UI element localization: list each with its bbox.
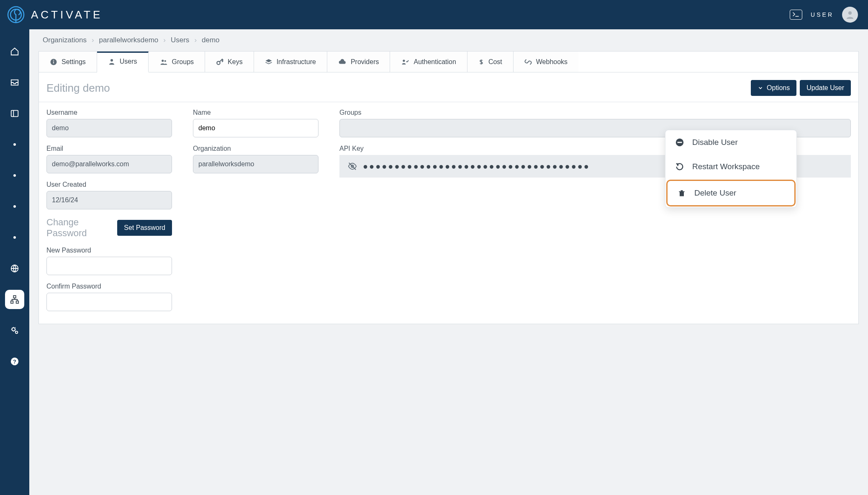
home-icon bbox=[10, 47, 19, 56]
inbox-icon bbox=[10, 78, 19, 87]
topbar: ACTIVATE USER bbox=[0, 0, 868, 29]
options-button-label: Options bbox=[767, 84, 790, 92]
tab-authentication[interactable]: Authentication bbox=[390, 52, 467, 72]
svg-point-18 bbox=[164, 60, 166, 62]
users-icon bbox=[159, 58, 168, 66]
topbar-right: USER bbox=[790, 7, 858, 23]
tab-label: Users bbox=[120, 58, 137, 65]
sidebar-item-dot-3[interactable] bbox=[5, 197, 24, 216]
sidebar-item-help[interactable]: ? bbox=[5, 352, 24, 371]
trash-icon bbox=[677, 188, 687, 198]
tab-users[interactable]: Users bbox=[97, 52, 149, 72]
sidebar-item-dot-2[interactable] bbox=[5, 166, 24, 185]
org-tree-icon bbox=[10, 295, 19, 304]
email-input bbox=[46, 155, 172, 173]
restart-icon bbox=[675, 162, 685, 171]
name-label: Name bbox=[193, 109, 318, 116]
tab-label: Providers bbox=[351, 58, 379, 66]
update-user-button[interactable]: Update User bbox=[800, 80, 851, 96]
breadcrumb-item[interactable]: Organizations bbox=[39, 35, 90, 45]
dot-icon bbox=[13, 143, 16, 146]
main-content: Organizations › parallelworksdemo › User… bbox=[29, 29, 868, 495]
chevron-right-icon: › bbox=[92, 36, 94, 44]
svg-rect-3 bbox=[11, 111, 18, 117]
sidebar-item-dot-4[interactable] bbox=[5, 228, 24, 247]
chevron-right-icon: › bbox=[194, 36, 197, 44]
field-created: User Created bbox=[46, 181, 172, 209]
email-label: Email bbox=[46, 145, 172, 152]
sidebar-item-home[interactable] bbox=[5, 42, 24, 61]
change-password-heading: Change Password bbox=[46, 217, 109, 239]
dropdown-item-label: Restart Workspace bbox=[692, 162, 760, 171]
tab-label: Keys bbox=[228, 58, 243, 66]
field-confirm-password: Confirm Password bbox=[46, 283, 172, 311]
created-label: User Created bbox=[46, 181, 172, 188]
tab-keys[interactable]: Keys bbox=[205, 52, 254, 72]
tab-providers[interactable]: Providers bbox=[327, 52, 390, 72]
terminal-button[interactable] bbox=[790, 10, 802, 20]
new-password-input[interactable] bbox=[46, 257, 172, 275]
field-username: Username bbox=[46, 109, 172, 137]
sidebar-item-globe[interactable] bbox=[5, 259, 24, 278]
svg-text:?: ? bbox=[13, 358, 16, 365]
sidebar-item-org[interactable] bbox=[5, 290, 24, 309]
sidebar-item-dot-1[interactable] bbox=[5, 135, 24, 154]
brand-name: ACTIVATE bbox=[31, 8, 103, 21]
breadcrumb: Organizations › parallelworksdemo › User… bbox=[29, 29, 868, 51]
avatar[interactable] bbox=[842, 7, 858, 23]
link-icon bbox=[524, 58, 532, 66]
dropdown-delete-user[interactable]: Delete User bbox=[666, 180, 796, 206]
eye-off-icon[interactable] bbox=[348, 162, 357, 171]
field-organization: Organization bbox=[193, 145, 318, 173]
globe-icon bbox=[10, 264, 19, 273]
dropdown-item-label: Disable User bbox=[692, 138, 738, 147]
chevron-down-icon bbox=[758, 85, 763, 91]
created-input bbox=[46, 191, 172, 209]
organization-input bbox=[193, 155, 318, 173]
tab-label: Authentication bbox=[413, 58, 456, 66]
svg-rect-6 bbox=[13, 296, 16, 298]
panel-header: Editing demo Options Update User bbox=[39, 72, 858, 102]
groups-label: Groups bbox=[339, 109, 851, 116]
svg-point-2 bbox=[848, 11, 852, 15]
field-email: Email bbox=[46, 145, 172, 173]
breadcrumb-item[interactable]: parallelworksdemo bbox=[96, 35, 162, 45]
svg-rect-8 bbox=[16, 301, 18, 304]
organization-label: Organization bbox=[193, 145, 318, 152]
dropdown-restart-workspace[interactable]: Restart Workspace bbox=[665, 155, 796, 179]
dropdown-disable-user[interactable]: Disable User bbox=[665, 130, 796, 155]
chevron-right-icon: › bbox=[163, 36, 166, 44]
terminal-icon bbox=[793, 12, 799, 17]
dot-icon bbox=[13, 174, 16, 177]
set-password-button[interactable]: Set Password bbox=[117, 220, 172, 236]
breadcrumb-item[interactable]: demo bbox=[198, 35, 223, 45]
confirm-password-input[interactable] bbox=[46, 293, 172, 311]
sidebar-item-panel[interactable] bbox=[5, 104, 24, 123]
disable-icon bbox=[675, 138, 685, 147]
tab-infrastructure[interactable]: Infrastructure bbox=[254, 52, 327, 72]
brand: ACTIVATE bbox=[7, 5, 103, 24]
tab-groups[interactable]: Groups bbox=[149, 52, 205, 72]
user-icon bbox=[845, 10, 855, 20]
field-new-password: New Password bbox=[46, 247, 172, 275]
field-name: Name bbox=[193, 109, 318, 137]
auth-icon bbox=[401, 58, 409, 66]
sidebar-item-settings[interactable] bbox=[5, 321, 24, 340]
tab-settings[interactable]: Settings bbox=[39, 52, 97, 72]
options-dropdown: Disable User Restart Workspace Delete Us… bbox=[665, 130, 797, 208]
dot-icon bbox=[13, 236, 16, 239]
brand-logo-icon bbox=[7, 5, 25, 24]
tab-label: Settings bbox=[62, 58, 86, 66]
svg-point-20 bbox=[403, 59, 405, 62]
name-input[interactable] bbox=[193, 119, 318, 137]
tab-webhooks[interactable]: Webhooks bbox=[514, 52, 578, 72]
options-button[interactable]: Options bbox=[751, 80, 796, 96]
sidebar: ? bbox=[0, 29, 29, 495]
tab-label: Cost bbox=[488, 58, 502, 66]
svg-rect-24 bbox=[678, 142, 682, 143]
svg-rect-7 bbox=[11, 301, 13, 304]
layers-icon bbox=[265, 58, 272, 66]
tab-cost[interactable]: Cost bbox=[467, 52, 514, 72]
breadcrumb-item[interactable]: Users bbox=[167, 35, 193, 45]
sidebar-item-inbox[interactable] bbox=[5, 73, 24, 92]
